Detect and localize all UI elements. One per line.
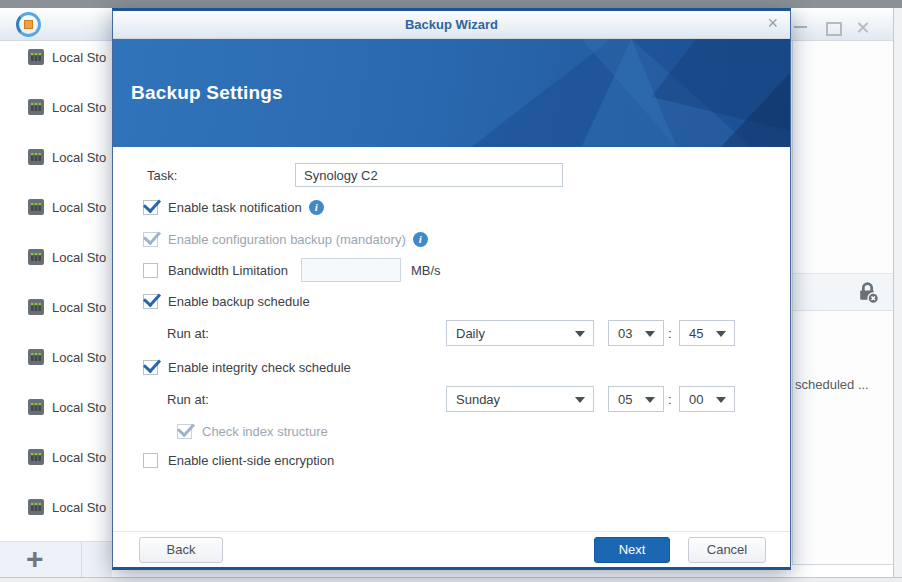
list-item-label: Local Sto (52, 250, 106, 265)
integrity-hour-select[interactable]: 05 (608, 386, 664, 412)
local-storage-icon (28, 199, 44, 215)
list-item[interactable]: Local Sto (0, 295, 112, 319)
run-at-label: Run at: (167, 392, 209, 407)
close-icon[interactable]: × (767, 13, 778, 34)
list-item-label: Local Sto (52, 400, 106, 415)
local-storage-icon (28, 49, 44, 65)
integrity-minute-select[interactable]: 00 (679, 386, 735, 412)
bandwidth-unit-label: MB/s (411, 263, 441, 278)
bandwidth-input[interactable] (301, 258, 401, 282)
local-storage-icon (28, 399, 44, 415)
list-item[interactable]: Local Sto (0, 45, 112, 69)
screen: Local Sto Local Sto Local Sto Local Sto … (0, 0, 902, 582)
next-button[interactable]: Next (594, 537, 670, 563)
local-storage-icon (28, 449, 44, 465)
check-index-checkbox (177, 424, 192, 439)
page-title: Backup Settings (131, 82, 283, 104)
time-separator: : (668, 392, 672, 407)
backup-day-value: Daily (456, 326, 485, 341)
local-storage-icon (28, 99, 44, 115)
lock-with-x-icon[interactable] (855, 280, 880, 305)
hyper-backup-icon (16, 12, 41, 37)
check-index-row: Check index structure (113, 418, 790, 444)
local-storage-icon (28, 299, 44, 315)
truncated-status-text: scheduled ... (795, 377, 869, 392)
list-item-label: Local Sto (52, 50, 106, 65)
notification-row: Enable task notification i (113, 194, 790, 220)
local-storage-icon (28, 249, 44, 265)
bandwidth-row: Bandwidth Limitation MB/s (113, 257, 790, 283)
encryption-checkbox[interactable] (143, 453, 158, 468)
task-row: Task: (113, 162, 790, 188)
backup-minute-select[interactable]: 45 (679, 320, 735, 346)
list-item-label: Local Sto (52, 350, 106, 365)
banner: Backup Settings (113, 39, 790, 147)
integrity-row: Enable integrity check schedule (113, 354, 790, 380)
list-item-label: Local Sto (52, 500, 106, 515)
dialog-titlebar: Backup Wizard × (113, 11, 790, 39)
task-input[interactable] (295, 163, 563, 187)
encryption-label: Enable client-side encryption (168, 453, 334, 468)
bandwidth-checkbox[interactable] (143, 263, 158, 278)
list-item[interactable]: Local Sto (0, 145, 112, 169)
details-panel: scheduled ... (792, 41, 893, 565)
integrity-day-select[interactable]: Sunday (446, 386, 594, 412)
window-right-margin (894, 8, 902, 577)
local-storage-icon (28, 349, 44, 365)
list-item[interactable]: Local Sto (0, 445, 112, 469)
dialog-title: Backup Wizard (405, 17, 498, 32)
backup-run-at-row: Run at: Daily 03 : 45 (113, 320, 790, 346)
list-item[interactable]: Local Sto (0, 395, 112, 419)
dialog-content: Task: Enable task notification i Enable … (113, 147, 790, 531)
list-footer-bar: + (0, 541, 112, 577)
local-storage-icon (28, 499, 44, 515)
list-item-label: Local Sto (52, 150, 106, 165)
backup-schedule-checkbox[interactable] (143, 294, 158, 309)
list-item-label: Local Sto (52, 300, 106, 315)
notification-label: Enable task notification (168, 200, 302, 215)
bandwidth-label: Bandwidth Limitation (168, 263, 288, 278)
backup-hour-select[interactable]: 03 (608, 320, 664, 346)
run-at-label: Run at: (167, 326, 209, 341)
local-storage-icon (28, 149, 44, 165)
list-item[interactable]: Local Sto (0, 245, 112, 269)
add-task-button[interactable]: + (26, 541, 44, 577)
backup-schedule-row: Enable backup schedule (113, 288, 790, 314)
check-index-label: Check index structure (202, 424, 328, 439)
window-bottom-edge (0, 577, 902, 582)
list-item-label: Local Sto (52, 450, 106, 465)
integrity-checkbox[interactable] (143, 360, 158, 375)
integrity-day-value: Sunday (456, 392, 500, 407)
window-close-icon[interactable] (856, 21, 870, 33)
list-item[interactable]: Local Sto (0, 195, 112, 219)
list-item[interactable]: Local Sto (0, 345, 112, 369)
cancel-button[interactable]: Cancel (688, 537, 766, 563)
task-list: Local Sto Local Sto Local Sto Local Sto … (0, 41, 112, 541)
back-button[interactable]: Back (139, 537, 223, 563)
minimize-icon[interactable] (794, 21, 808, 33)
info-icon[interactable]: i (309, 200, 324, 215)
integrity-hour-value: 05 (618, 392, 632, 407)
config-backup-label: Enable configuration backup (mandatory) (168, 232, 406, 247)
window-top-edge (0, 0, 902, 8)
orange-cube-icon (24, 20, 33, 29)
footer-divider (81, 542, 82, 578)
backup-minute-value: 45 (689, 326, 703, 341)
notification-checkbox[interactable] (143, 200, 158, 215)
list-item-label: Local Sto (52, 100, 106, 115)
config-backup-checkbox (143, 232, 158, 247)
encryption-row: Enable client-side encryption (113, 447, 790, 473)
integrity-minute-value: 00 (689, 392, 703, 407)
task-label: Task: (147, 168, 177, 183)
list-item[interactable]: Local Sto (0, 95, 112, 119)
list-item[interactable]: Local Sto (0, 495, 112, 519)
backup-day-select[interactable]: Daily (446, 320, 594, 346)
backup-wizard-dialog: Backup Wizard × Backup Settings Task: En… (112, 8, 791, 570)
time-separator: : (668, 326, 672, 341)
maximize-icon[interactable] (825, 21, 839, 33)
integrity-label: Enable integrity check schedule (168, 360, 351, 375)
list-item-label: Local Sto (52, 200, 106, 215)
backup-schedule-label: Enable backup schedule (168, 294, 310, 309)
info-icon[interactable]: i (413, 232, 428, 247)
details-panel-toolbar (793, 273, 893, 311)
